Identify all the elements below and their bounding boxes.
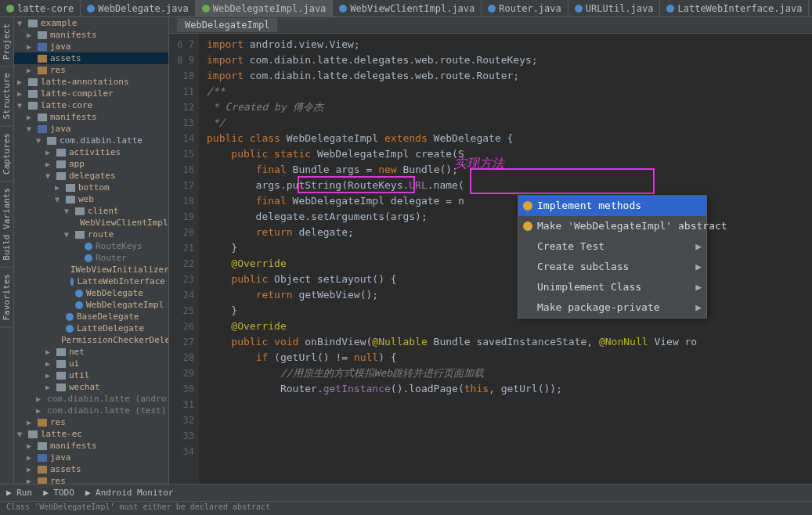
tree-item[interactable]: ▶res [14,475,168,484]
tree-item[interactable]: ▼latte-ec [14,428,168,440]
tree-item[interactable]: Router [14,252,168,264]
tree-item[interactable]: ▶manifests [14,440,168,452]
tree-item[interactable]: PermissionCheckerDelegate [14,334,168,346]
code-line[interactable]: public static WebDelegateImpl create(S [207,146,804,162]
folder-icon [75,231,85,239]
tree-item-label: latte-ec [41,429,82,439]
code-line[interactable]: public class WebDelegateImpl extends Web… [207,131,804,146]
tool-window-tab[interactable]: Favorites [0,268,13,328]
project-tree[interactable]: ▼example▶manifests▶java assets▶res▶latte… [14,17,169,484]
code-line[interactable]: if (getUrl() != null) { [207,350,804,366]
bottom-bar-tab[interactable]: ▶ Android Monitor [85,488,174,498]
tree-item[interactable]: ▶com.diabin.latte (test) [14,405,168,416]
editor-tab[interactable]: WebDelegateImpl.java [196,0,334,16]
code-line[interactable]: final WebDelegateImpl delegate = n [207,193,804,209]
tree-item-label: delegates [69,171,116,181]
tree-item[interactable]: WebDelegateImpl [14,299,168,311]
editor-tab[interactable]: latte-core [0,0,81,16]
tree-item[interactable]: ▼com.diabin.latte [14,135,168,146]
context-menu-item[interactable]: Unimplement Class▶ [518,277,706,297]
breadcrumb-item[interactable]: WebDelegateImpl [177,18,277,32]
code-line[interactable]: public Object setLayout() { [207,272,804,287]
tree-item[interactable]: LatteDelegate [14,322,168,334]
editor-tab[interactable]: WebDelegate.java [81,0,196,16]
tree-item[interactable]: ▶util [14,369,168,381]
tree-item-label: util [69,370,90,380]
tree-item[interactable]: LatteWebInterface [14,276,168,287]
code-line[interactable]: @Override [207,256,804,272]
editor-tab[interactable]: Router.java [482,0,568,16]
editor-tab[interactable]: RouteKeys.java [809,0,812,16]
code-line[interactable]: import com.diabin.latte.delegates.web.ro… [207,68,804,84]
editor-tab[interactable]: URLUtil.java [568,0,661,16]
tree-item[interactable]: assets [14,52,168,64]
tree-item[interactable]: ▼java [14,123,168,135]
tree-item[interactable]: ▶java [14,41,168,52]
context-menu-label: Create subclass [537,259,629,275]
tree-item[interactable]: ▶latte-compiler [14,88,168,99]
code-line[interactable]: Router.getInstance().loadPage(this, getU… [207,381,804,397]
tree-item-label: assets [50,464,81,474]
tree-item[interactable]: ▼client [14,205,168,217]
context-menu-item[interactable]: Create Test▶ [518,236,706,257]
editor-tab[interactable]: WebViewClientImpl.java [333,0,482,16]
tree-item[interactable]: ▶bottom [14,182,168,193]
bottom-bar-tab[interactable]: ▶ TODO [43,488,74,498]
tree-item[interactable]: ▼latte-core [14,99,168,111]
bottom-bar-tab[interactable]: ▶ Run [6,488,32,498]
context-menu-item[interactable]: Make package-private▶ [518,297,706,318]
tree-item[interactable]: ▶wechat [14,381,168,393]
tool-window-tab[interactable]: Project [0,17,13,67]
code-line[interactable]: //用原生的方式模拟Web跳转并进行页面加载 [207,366,804,381]
code-line[interactable]: public void onBindView(@Nullable Bundle … [207,334,804,350]
tree-item[interactable]: BaseDelegate [14,311,168,322]
tree-item[interactable]: ▼web [14,193,168,205]
package-icon [47,137,56,145]
tree-item[interactable]: ▶latte-annotations [14,76,168,88]
tree-item[interactable]: ▼example [14,17,168,29]
tree-item[interactable]: ▶res [14,416,168,428]
code-line[interactable]: import com.diabin.latte.delegates.web.ro… [207,52,804,68]
code-editor[interactable]: import android.view.View;import com.diab… [199,34,812,484]
code-line[interactable]: return getWebView(); [207,287,804,303]
tool-window-tab[interactable]: Structure [0,67,13,127]
tree-arrow-icon: ▶ [17,89,25,98]
tree-item[interactable]: RouteKeys [14,240,168,252]
tree-item[interactable]: ▼delegates [14,170,168,182]
tree-item[interactable]: ▶net [14,346,168,358]
folder-icon [28,90,38,98]
editor-tab[interactable]: LatteWebInterface.java [660,0,809,16]
tree-item[interactable]: WebViewClientImpl [14,217,168,229]
code-line[interactable]: @Override [207,319,804,334]
tree-item-label: assets [50,53,81,63]
code-line[interactable]: } [207,303,804,319]
tree-item[interactable]: WebDelegate [14,287,168,299]
tree-item[interactable]: ▶manifests [14,111,168,123]
tree-item[interactable]: ▼route [14,229,168,240]
tree-item[interactable]: ▶activities [14,146,168,158]
tree-item[interactable]: ▶app [14,158,168,170]
code-line[interactable]: */ [207,115,804,131]
code-line[interactable]: } [207,240,804,256]
tree-item[interactable]: ▶manifests [14,29,168,41]
breadcrumb-bar: WebDelegateImpl [169,17,812,34]
code-line[interactable]: import android.view.View; [207,37,804,52]
tree-item[interactable]: ▶ui [14,358,168,369]
tree-item[interactable]: ▶res [14,64,168,76]
context-menu-item[interactable]: Create subclass▶ [518,257,706,277]
java-file-icon [85,243,92,250]
tree-item[interactable]: IWebViewInitializer [14,264,168,276]
folder-icon [75,207,85,215]
code-line[interactable]: /** [207,84,804,99]
tree-item[interactable]: ▶com.diabin.latte (androidTest) [14,393,168,405]
code-line[interactable]: * Created by 傅令杰 [207,99,804,115]
submenu-arrow-icon: ▶ [695,259,702,275]
tool-window-tab[interactable]: Captures [0,127,13,182]
context-menu-item[interactable]: Implement methods [518,196,706,216]
annotation-zh-label: 实现方法 [454,156,504,171]
context-menu-item[interactable]: Make 'WebDelegateImpl' abstract [518,216,706,236]
tree-item[interactable]: ▶java [14,452,168,463]
tree-item[interactable]: ▶assets [14,463,168,475]
tool-window-tab[interactable]: Build Variants [0,182,13,268]
tree-item-label: RouteKeys [96,241,143,251]
